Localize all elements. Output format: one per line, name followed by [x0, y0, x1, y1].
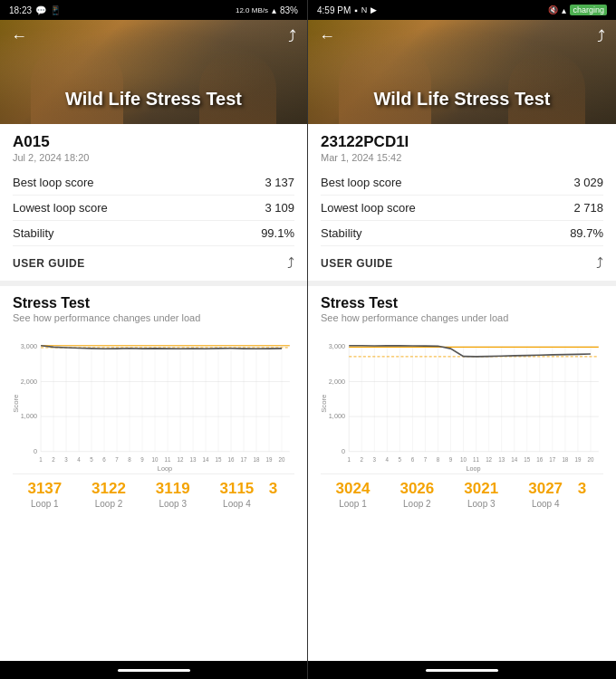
svg-text:20: 20 — [587, 456, 593, 463]
loop-item-4-left: 3115 Loop 4 — [205, 480, 269, 509]
svg-text:Loop: Loop — [466, 464, 480, 472]
best-loop-row-left: Best loop score 3 137 — [13, 170, 294, 196]
device-date-left: Jul 2, 2024 18:20 — [13, 152, 294, 163]
svg-text:5: 5 — [399, 456, 402, 463]
svg-text:3,000: 3,000 — [329, 342, 345, 350]
svg-text:1,000: 1,000 — [329, 412, 345, 420]
svg-text:14: 14 — [203, 456, 209, 463]
loop-item-3-left: 3119 Loop 3 — [140, 480, 205, 509]
svg-text:2,000: 2,000 — [329, 377, 345, 385]
best-loop-label-left: Best loop score — [13, 176, 94, 189]
loop-item-2-right: 3026 Loop 2 — [385, 480, 449, 509]
svg-text:1: 1 — [347, 456, 351, 463]
device-name-right: 23122PCD1I — [321, 133, 603, 151]
battery-left: 83% — [280, 5, 298, 15]
time-right: 4:59 PM — [317, 5, 351, 15]
loop-scores-left: 3137 Loop 1 3122 Loop 2 3119 Loop 3 3115… — [13, 473, 294, 512]
hero-image-left: ← ⤴ Wild Life Stress Test — [0, 20, 307, 124]
info-card-left: A015 Jul 2, 2024 18:20 Best loop score 3… — [0, 124, 307, 281]
back-arrow-right[interactable]: ← — [319, 27, 335, 46]
bottom-bar-left — [0, 661, 307, 679]
stability-value-left: 99.1% — [261, 226, 294, 240]
svg-text:2,000: 2,000 — [21, 377, 37, 385]
svg-text:18: 18 — [254, 456, 260, 463]
svg-text:Score: Score — [321, 395, 328, 413]
lowest-loop-label-left: Lowest loop score — [13, 201, 108, 215]
loop-4-label-left: Loop 4 — [223, 499, 251, 509]
loop-3-label-right: Loop 3 — [467, 499, 496, 509]
loop-2-score-right: 3026 — [399, 480, 434, 498]
loop-scores-right: 3024 Loop 1 3026 Loop 2 3021 Loop 3 3027… — [321, 473, 603, 512]
chart-svg-left: Score 3,000 2,000 1,000 0 — [13, 329, 294, 473]
chart-svg-right: Score 3,000 2,000 1,000 0 — [321, 329, 603, 473]
loop-1-label-left: Loop 1 — [31, 499, 59, 509]
user-guide-text-right[interactable]: USER GUIDE — [321, 257, 393, 270]
loop-3-score-right: 3021 — [464, 480, 498, 498]
lowest-loop-value-left: 3 109 — [265, 201, 294, 215]
bottom-indicator-right — [426, 669, 498, 672]
svg-text:11: 11 — [473, 456, 479, 463]
svg-text:Score: Score — [13, 395, 20, 413]
svg-text:5: 5 — [90, 456, 93, 463]
wifi-icon-right: ▴ — [562, 5, 566, 15]
share-icon-right[interactable]: ⤴ — [596, 255, 603, 272]
user-guide-row-right: USER GUIDE ⤴ — [321, 246, 603, 275]
stress-title-right: Stress Test — [321, 295, 603, 311]
stability-label-right: Stability — [321, 226, 362, 240]
svg-text:7: 7 — [115, 456, 119, 463]
svg-text:3: 3 — [64, 456, 68, 463]
svg-text:8: 8 — [437, 456, 440, 463]
svg-text:1: 1 — [39, 456, 43, 463]
svg-text:6: 6 — [411, 456, 415, 463]
stability-value-right: 89.7% — [570, 226, 603, 240]
loop-3-score-left: 3119 — [156, 480, 190, 498]
share-icon-left[interactable]: ⤴ — [287, 255, 294, 272]
svg-text:12: 12 — [486, 456, 492, 463]
svg-text:12: 12 — [178, 456, 184, 463]
loop-2-score-left: 3122 — [91, 480, 126, 498]
loop-item-1-right: 3024 Loop 1 — [321, 480, 385, 509]
loop-item-4-right: 3027 Loop 4 — [514, 480, 578, 509]
svg-text:11: 11 — [165, 456, 171, 463]
best-loop-label-right: Best loop score — [321, 176, 402, 189]
hero-title-left: Wild Life Stress Test — [0, 89, 307, 110]
stability-row-left: Stability 99.1% — [13, 221, 294, 246]
bottom-bar-right — [308, 661, 616, 679]
svg-text:19: 19 — [266, 456, 273, 463]
svg-text:13: 13 — [190, 456, 197, 463]
stress-subtitle-right: See how performance changes under load — [321, 312, 603, 323]
best-loop-value-right: 3 029 — [573, 176, 603, 189]
svg-text:18: 18 — [562, 456, 568, 463]
mute-icon: 🔇 — [548, 5, 558, 14]
svg-text:0: 0 — [34, 447, 37, 455]
battery-right: charging — [570, 5, 607, 15]
back-arrow-left[interactable]: ← — [11, 27, 27, 46]
lowest-loop-value-right: 2 718 — [573, 201, 603, 215]
svg-text:15: 15 — [524, 456, 530, 463]
svg-text:Loop: Loop — [158, 464, 172, 472]
right-panel: 4:59 PM ▪ N ▶ 🔇 ▴ charging ← ⤴ Wild Life… — [308, 0, 616, 679]
svg-text:3: 3 — [373, 456, 377, 463]
loop-2-label-left: Loop 2 — [95, 499, 123, 509]
svg-text:10: 10 — [152, 456, 159, 463]
svg-text:16: 16 — [536, 456, 543, 463]
stress-section-left: Stress Test See how performance changes … — [0, 281, 307, 661]
lowest-loop-row-right: Lowest loop score 2 718 — [321, 196, 603, 221]
svg-text:0: 0 — [342, 447, 345, 455]
share-hero-left[interactable]: ⤴ — [288, 27, 296, 46]
loop-2-label-right: Loop 2 — [403, 499, 431, 509]
user-guide-text-left[interactable]: USER GUIDE — [13, 257, 85, 270]
info-card-right: 23122PCD1I Mar 1, 2024 15:42 Best loop s… — [308, 124, 616, 281]
loop-1-score-right: 3024 — [336, 480, 371, 498]
stress-title-left: Stress Test — [13, 295, 294, 311]
svg-text:2: 2 — [361, 456, 364, 463]
svg-text:16: 16 — [228, 456, 235, 463]
svg-text:17: 17 — [549, 456, 555, 463]
loop-4-score-left: 3115 — [219, 480, 254, 498]
stability-label-left: Stability — [13, 226, 54, 240]
loop-item-3-right: 3021 Loop 3 — [449, 480, 514, 509]
chart-right: Score 3,000 2,000 1,000 0 — [321, 329, 603, 473]
svg-text:10: 10 — [460, 456, 467, 463]
share-hero-right[interactable]: ⤴ — [597, 27, 605, 46]
stress-subtitle-left: See how performance changes under load — [13, 312, 294, 323]
